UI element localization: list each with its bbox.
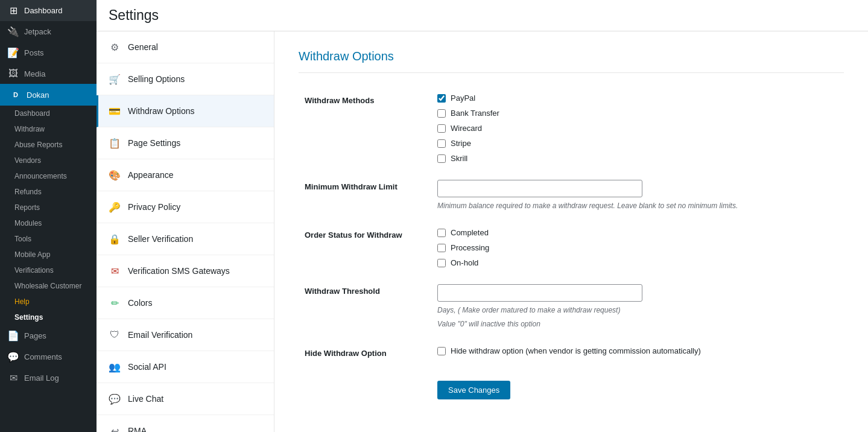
bank-transfer-label: Bank Transfer: [451, 109, 499, 118]
sidebar-item-tools[interactable]: Tools: [0, 231, 97, 247]
page-title: Settings: [109, 7, 159, 23]
sidebar-item-modules[interactable]: Modules: [0, 215, 97, 231]
skrill-label: Skrill: [451, 154, 467, 163]
sidebar-item-abuse-reports[interactable]: Abuse Reports: [0, 137, 97, 153]
withdraw-methods-label: Withdraw Methods: [305, 96, 374, 105]
withdraw-methods-group: PayPal Bank Transfer Wirecard: [437, 94, 838, 163]
stripe-label: Stripe: [451, 139, 471, 148]
sidebar-item-media[interactable]: 🖼 Media: [0, 63, 97, 84]
sidebar-item-settings[interactable]: Settings: [0, 310, 97, 325]
settings-nav-colors[interactable]: ✏ Colors: [97, 287, 274, 319]
rma-icon: ↩: [107, 424, 122, 432]
sidebar-item-vendors[interactable]: Vendors: [0, 153, 97, 168]
page-header: Settings: [97, 0, 868, 31]
processing-checkbox[interactable]: [437, 244, 446, 252]
admin-sidebar: ⊞ Dashboard 🔌 Jetpack 📝 Posts 🖼 Media D …: [0, 0, 97, 432]
completed-label: Completed: [451, 228, 489, 237]
comments-icon: 💬: [7, 351, 19, 363]
livechat-icon: 💬: [107, 392, 122, 406]
completed-checkbox[interactable]: [437, 229, 446, 237]
withdraw-threshold-description-1: Days, ( Make order matured to make a wit…: [437, 305, 838, 316]
settings-form-table: Withdraw Methods PayPal Bank Transfer: [299, 85, 844, 408]
main-content: Settings ⚙ General 🛒 Selling Options 💳 W…: [97, 0, 868, 432]
sidebar-item-pages[interactable]: 📄 Pages: [0, 325, 97, 346]
hide-withdraw-label: Hide Withdraw Option: [305, 349, 387, 358]
posts-icon: 📝: [7, 47, 19, 59]
on-hold-option: On-hold: [437, 258, 838, 267]
email-verification-icon: 🛡: [107, 328, 122, 342]
settings-nav-appearance[interactable]: 🎨 Appearance: [97, 159, 274, 191]
on-hold-checkbox[interactable]: [437, 259, 446, 267]
withdraw-icon: 💳: [107, 104, 122, 118]
hide-withdraw-checkbox[interactable]: [437, 347, 446, 355]
sidebar-item-wholesale-customer[interactable]: Wholesale Customer: [0, 278, 97, 294]
social-icon: 👥: [107, 360, 122, 374]
sidebar-item-dashboard[interactable]: ⊞ Dashboard: [0, 0, 97, 21]
sidebar-item-mobile-app[interactable]: Mobile App: [0, 247, 97, 262]
sidebar-item-dokan-dashboard[interactable]: Dashboard: [0, 106, 97, 121]
withdraw-threshold-input[interactable]: 0: [437, 284, 642, 302]
colors-icon: ✏: [107, 296, 122, 310]
sidebar-item-help[interactable]: Help: [0, 294, 97, 310]
gear-icon: ⚙: [107, 40, 122, 54]
sidebar-item-verifications[interactable]: Verifications: [0, 262, 97, 278]
skrill-checkbox[interactable]: [437, 154, 446, 163]
wirecard-checkbox[interactable]: [437, 124, 446, 133]
paypal-checkbox[interactable]: [437, 94, 446, 103]
min-withdraw-input[interactable]: 50: [437, 180, 642, 197]
order-status-label: Order Status for Withdraw: [305, 230, 402, 240]
sidebar-item-withdraw[interactable]: Withdraw: [0, 121, 97, 137]
dokan-icon: D: [10, 89, 22, 101]
sidebar-item-reports[interactable]: Reports: [0, 200, 97, 215]
email-log-icon: ✉: [7, 372, 19, 384]
sidebar-item-jetpack[interactable]: 🔌 Jetpack: [0, 21, 97, 42]
save-changes-button[interactable]: Save Changes: [437, 381, 510, 399]
completed-option: Completed: [437, 228, 838, 237]
settings-nav-general[interactable]: ⚙ General: [97, 31, 274, 63]
appearance-icon: 🎨: [107, 168, 122, 182]
sidebar-item-dokan[interactable]: D Dokan: [0, 84, 97, 106]
wirecard-label: Wirecard: [451, 124, 482, 133]
sidebar-item-comments[interactable]: 💬 Comments: [0, 346, 97, 367]
page-settings-icon: 📋: [107, 136, 122, 150]
media-icon: 🖼: [7, 68, 19, 79]
cart-icon: 🛒: [107, 72, 122, 86]
seller-icon: 🔒: [107, 232, 122, 246]
order-status-group: Completed Processing On-hold: [437, 228, 838, 267]
jetpack-icon: 🔌: [7, 26, 19, 37]
settings-nav-social-api[interactable]: 👥 Social API: [97, 351, 274, 383]
wirecard-option: Wirecard: [437, 124, 838, 133]
sidebar-item-email-log[interactable]: ✉ Email Log: [0, 367, 97, 389]
privacy-icon: 🔑: [107, 200, 122, 214]
settings-nav-verification-sms[interactable]: ✉ Verification SMS Gateways: [97, 255, 274, 287]
min-withdraw-label: Minimum Withdraw Limit: [305, 182, 398, 191]
settings-nav-privacy-policy[interactable]: 🔑 Privacy Policy: [97, 191, 274, 223]
dashboard-icon: ⊞: [7, 5, 19, 16]
settings-nav-selling-options[interactable]: 🛒 Selling Options: [97, 63, 274, 95]
bank-transfer-option: Bank Transfer: [437, 109, 838, 118]
settings-panel: Withdraw Options Withdraw Methods PayPal: [274, 31, 868, 432]
sidebar-item-announcements[interactable]: Announcements: [0, 168, 97, 184]
settings-nav-withdraw-options[interactable]: 💳 Withdraw Options: [97, 95, 274, 127]
hide-withdraw-option: Hide withdraw option (when vendor is get…: [437, 346, 838, 355]
bank-transfer-checkbox[interactable]: [437, 109, 446, 118]
settings-nav-page-settings[interactable]: 📋 Page Settings: [97, 127, 274, 159]
content-area: ⚙ General 🛒 Selling Options 💳 Withdraw O…: [97, 31, 868, 432]
settings-nav-email-verification[interactable]: 🛡 Email Verification: [97, 319, 274, 351]
on-hold-label: On-hold: [451, 258, 478, 267]
settings-sidebar: ⚙ General 🛒 Selling Options 💳 Withdraw O…: [97, 31, 274, 432]
sms-icon: ✉: [107, 264, 122, 278]
pages-icon: 📄: [7, 330, 19, 341]
stripe-checkbox[interactable]: [437, 139, 446, 148]
panel-title: Withdraw Options: [299, 49, 844, 73]
stripe-option: Stripe: [437, 139, 838, 148]
withdraw-threshold-description-2: Value "0" will inactive this option: [437, 319, 838, 329]
settings-nav-live-chat[interactable]: 💬 Live Chat: [97, 383, 274, 415]
settings-nav-seller-verification[interactable]: 🔒 Seller Verification: [97, 223, 274, 255]
paypal-label: PayPal: [451, 94, 475, 103]
settings-nav-rma[interactable]: ↩ RMA: [97, 415, 274, 432]
sidebar-item-refunds[interactable]: Refunds: [0, 184, 97, 200]
sidebar-item-posts[interactable]: 📝 Posts: [0, 42, 97, 63]
withdraw-threshold-label: Withdraw Threshold: [305, 287, 380, 296]
skrill-option: Skrill: [437, 154, 838, 163]
